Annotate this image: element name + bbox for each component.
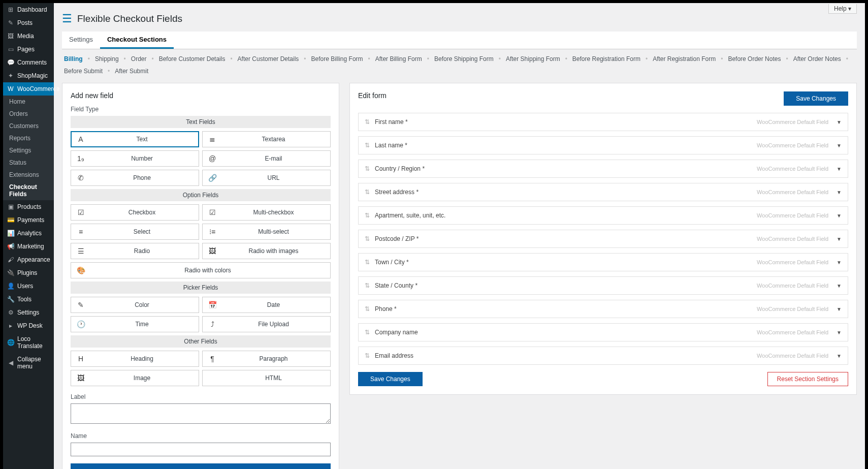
tab-checkout-sections[interactable]: Checkout Sections	[100, 32, 174, 49]
section-link-before-registration-form[interactable]: Before Registration Form	[570, 54, 642, 64]
expand-icon[interactable]: ▼	[837, 260, 842, 265]
save-changes-top-button[interactable]: Save Changes	[784, 91, 848, 106]
field-type-select[interactable]: ≡Select	[71, 224, 199, 240]
sidebar-subitem-home[interactable]: Home	[3, 96, 54, 108]
field-type-number[interactable]: 1₉Number	[71, 150, 199, 167]
field-type-radio[interactable]: ☰Radio	[71, 243, 199, 259]
sidebar-item-payments[interactable]: 💳Payments	[3, 213, 54, 227]
field-type-heading[interactable]: HHeading	[71, 351, 199, 367]
drag-handle-icon[interactable]: ⇅	[365, 305, 370, 312]
section-link-before-order-notes[interactable]: Before Order Notes	[726, 54, 783, 64]
sidebar-item-analytics[interactable]: 📊Analytics	[3, 227, 54, 240]
sidebar-item-settings[interactable]: ⚙Settings	[3, 306, 54, 319]
section-link-after-shipping-form[interactable]: After Shipping Form	[504, 54, 562, 64]
field-type-phone[interactable]: ✆Phone	[71, 170, 199, 186]
sidebar-item-products[interactable]: ▣Products	[3, 200, 54, 213]
section-link-before-customer-details[interactable]: Before Customer Details	[157, 54, 228, 64]
expand-icon[interactable]: ▼	[837, 306, 842, 312]
help-tab[interactable]: Help ▾	[828, 4, 857, 14]
sidebar-item-posts[interactable]: ✎Posts	[3, 16, 54, 29]
section-link-before-shipping-form[interactable]: Before Shipping Form	[432, 54, 496, 64]
sidebar-item-appearance[interactable]: 🖌Appearance	[3, 253, 54, 266]
section-link-after-registration-form[interactable]: After Registration Form	[651, 54, 718, 64]
drag-handle-icon[interactable]: ⇅	[365, 352, 370, 359]
reset-section-button[interactable]: Reset Section Settings	[767, 372, 848, 386]
section-link-before-billing-form[interactable]: Before Billing Form	[309, 54, 365, 64]
sidebar-item-wp-desk[interactable]: ▸WP Desk	[3, 319, 54, 332]
sidebar-item-shopmagic[interactable]: ✦ShopMagic	[3, 69, 54, 82]
section-link-before-submit[interactable]: Before Submit	[62, 67, 105, 76]
expand-icon[interactable]: ▼	[837, 330, 842, 335]
section-link-shipping[interactable]: Shipping	[93, 54, 121, 64]
field-type-multi-checkbox[interactable]: ☑Multi-checkbox	[202, 204, 331, 221]
sidebar-subitem-checkout-fields[interactable]: Checkout Fields	[3, 181, 54, 200]
field-type-radio-with-images[interactable]: 🖼Radio with images	[202, 243, 331, 259]
form-field-row[interactable]: ⇅Postcode / ZIP *WooCommerce Default Fie…	[358, 230, 848, 248]
drag-handle-icon[interactable]: ⇅	[365, 329, 370, 336]
tab-settings[interactable]: Settings	[62, 32, 100, 49]
form-field-row[interactable]: ⇅Company nameWooCommerce Default Field▼	[358, 323, 848, 341]
field-type-textarea[interactable]: ≣Textarea	[202, 131, 331, 147]
field-type-file-upload[interactable]: ⤴File Upload	[202, 316, 331, 332]
sidebar-item-marketing[interactable]: 📢Marketing	[3, 240, 54, 253]
sidebar-subitem-extensions[interactable]: Extensions	[3, 169, 54, 181]
sidebar-item-dashboard[interactable]: ⊞Dashboard	[3, 3, 54, 16]
sidebar-subitem-orders[interactable]: Orders	[3, 108, 54, 120]
sidebar-item-woocommerce[interactable]: WWooCommerce	[3, 82, 54, 96]
section-link-after-submit[interactable]: After Submit	[113, 67, 150, 76]
field-type-time[interactable]: 🕐Time	[71, 316, 199, 332]
sidebar-subitem-settings[interactable]: Settings	[3, 144, 54, 157]
form-field-row[interactable]: ⇅Last name *WooCommerce Default Field▼	[358, 136, 848, 154]
form-field-row[interactable]: ⇅State / County *WooCommerce Default Fie…	[358, 276, 848, 295]
expand-icon[interactable]: ▼	[837, 166, 842, 172]
field-type-url[interactable]: 🔗URL	[202, 170, 331, 186]
field-type-multi-select[interactable]: ⁝≡Multi-select	[202, 224, 331, 240]
field-type-e-mail[interactable]: @E-mail	[202, 150, 331, 167]
section-link-after-customer-details[interactable]: After Customer Details	[236, 54, 301, 64]
form-field-row[interactable]: ⇅Country / Region *WooCommerce Default F…	[358, 160, 848, 178]
form-field-row[interactable]: ⇅Phone *WooCommerce Default Field▼	[358, 300, 848, 318]
section-link-after-billing-form[interactable]: After Billing Form	[373, 54, 424, 64]
sidebar-item-pages[interactable]: ▭Pages	[3, 43, 54, 56]
field-type-image[interactable]: 🖼Image	[71, 370, 199, 386]
field-type-color[interactable]: ✎Color	[71, 297, 199, 313]
sidebar-item-loco-translate[interactable]: 🌐Loco Translate	[3, 332, 54, 353]
sidebar-item-users[interactable]: 👤Users	[3, 279, 54, 293]
sidebar-subitem-customers[interactable]: Customers	[3, 120, 54, 132]
save-changes-bottom-button[interactable]: Save Changes	[358, 372, 423, 386]
expand-icon[interactable]: ▼	[837, 119, 842, 125]
drag-handle-icon[interactable]: ⇅	[365, 259, 370, 266]
drag-handle-icon[interactable]: ⇅	[365, 118, 370, 126]
drag-handle-icon[interactable]: ⇅	[365, 282, 370, 289]
expand-icon[interactable]: ▼	[837, 236, 842, 242]
add-field-button[interactable]: Add Field	[71, 463, 331, 469]
form-field-row[interactable]: ⇅Town / City *WooCommerce Default Field▼	[358, 253, 848, 271]
drag-handle-icon[interactable]: ⇅	[365, 165, 370, 172]
section-link-order[interactable]: Order	[129, 54, 149, 64]
section-link-after-order-notes[interactable]: After Order Notes	[791, 54, 843, 64]
sidebar-item-media[interactable]: 🖼Media	[3, 29, 54, 43]
expand-icon[interactable]: ▼	[837, 143, 842, 148]
expand-icon[interactable]: ▼	[837, 353, 842, 359]
expand-icon[interactable]: ▼	[837, 283, 842, 289]
label-input[interactable]	[71, 403, 331, 424]
drag-handle-icon[interactable]: ⇅	[365, 142, 370, 149]
drag-handle-icon[interactable]: ⇅	[365, 212, 370, 219]
expand-icon[interactable]: ▼	[837, 213, 842, 218]
field-type-text[interactable]: AText	[71, 131, 199, 147]
sidebar-item-comments[interactable]: 💬Comments	[3, 56, 54, 69]
field-type-date[interactable]: 📅Date	[202, 297, 331, 313]
form-field-row[interactable]: ⇅Street address *WooCommerce Default Fie…	[358, 183, 848, 201]
drag-handle-icon[interactable]: ⇅	[365, 189, 370, 196]
sidebar-subitem-status[interactable]: Status	[3, 157, 54, 169]
expand-icon[interactable]: ▼	[837, 190, 842, 195]
field-type-radio-with-colors[interactable]: 🎨Radio with colors	[71, 262, 331, 278]
sidebar-item-collapse-menu[interactable]: ◀Collapse menu	[3, 353, 54, 373]
sidebar-subitem-reports[interactable]: Reports	[3, 132, 54, 144]
field-type-paragraph[interactable]: ¶Paragraph	[202, 351, 331, 367]
form-field-row[interactable]: ⇅Apartment, suite, unit, etc.WooCommerce…	[358, 206, 848, 225]
sidebar-item-tools[interactable]: 🔧Tools	[3, 293, 54, 306]
sidebar-item-plugins[interactable]: 🔌Plugins	[3, 266, 54, 279]
section-link-billing[interactable]: Billing	[62, 54, 85, 64]
form-field-row[interactable]: ⇅Email addressWooCommerce Default Field▼	[358, 347, 848, 365]
